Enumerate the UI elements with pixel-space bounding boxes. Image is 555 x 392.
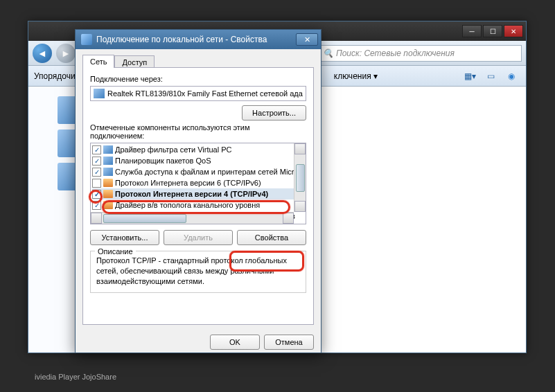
component-item[interactable]: ✓Протокол Интернета версии 4 (TCP/IPv4) bbox=[92, 188, 304, 199]
tab-content: Подключение через: Realtek RTL8139/810x … bbox=[82, 67, 314, 325]
close-button[interactable]: ✕ bbox=[504, 25, 523, 37]
component-item[interactable]: ✓Служба доступа к файлам и принтерам сет… bbox=[92, 166, 304, 177]
description-group: Описание Протокол TCP/IP - стандартный п… bbox=[90, 251, 306, 293]
service-icon bbox=[103, 145, 113, 154]
search-input[interactable]: 🔍 Поиск: Сетевые подключения bbox=[319, 45, 522, 62]
adapter-name: Realtek RTL8139/810x Family Fast Etherne… bbox=[107, 89, 303, 98]
tabs: Сеть Доступ bbox=[82, 55, 314, 68]
forward-button[interactable]: ► bbox=[56, 44, 76, 63]
connect-via-label: Подключение через: bbox=[90, 75, 306, 83]
checkbox[interactable]: ✓ bbox=[92, 157, 101, 166]
view-icon[interactable]: ▦▾ bbox=[461, 69, 479, 83]
maximize-button[interactable]: ☐ bbox=[483, 25, 502, 37]
properties-dialog: Подключение по локальной сети - Свойства… bbox=[75, 29, 321, 353]
description-title: Описание bbox=[95, 247, 136, 257]
component-label: Драйвер в/в тополога канального уровня bbox=[115, 201, 260, 209]
checkbox[interactable]: ✓ bbox=[92, 168, 101, 177]
components-label: Отмеченные компоненты используются этим … bbox=[90, 123, 306, 140]
dialog-title: Подключение по локальной сети - Свойства bbox=[96, 35, 267, 44]
minimize-button[interactable]: ─ bbox=[462, 25, 482, 37]
horizontal-scrollbar[interactable] bbox=[91, 212, 294, 224]
nic-icon bbox=[94, 89, 105, 98]
search-placeholder: Поиск: Сетевые подключения bbox=[336, 48, 455, 58]
remove-button[interactable]: Удалить bbox=[164, 230, 233, 245]
view-options-icon[interactable]: ▭ bbox=[482, 69, 500, 83]
back-button[interactable]: ◄ bbox=[33, 44, 52, 63]
checkbox[interactable]: ✓ bbox=[92, 190, 101, 199]
connections-menu[interactable]: ключения ▾ bbox=[334, 71, 378, 81]
cancel-button[interactable]: Отмена bbox=[264, 335, 314, 350]
properties-button[interactable]: Свойства bbox=[237, 230, 306, 245]
component-item[interactable]: Протокол Интернета версии 6 (TCP/IPv6) bbox=[92, 177, 304, 188]
service-icon bbox=[103, 157, 113, 165]
component-item[interactable]: ✓Драйвер фильтра сети Virtual PC bbox=[92, 144, 304, 155]
install-button[interactable]: Установить... bbox=[90, 230, 159, 245]
vertical-scrollbar[interactable] bbox=[294, 143, 306, 212]
protocol-icon bbox=[103, 190, 113, 198]
dialog-titlebar[interactable]: Подключение по локальной сети - Свойства… bbox=[76, 30, 321, 49]
component-label: Драйвер фильтра сети Virtual PC bbox=[115, 145, 231, 154]
dialog-close-button[interactable]: ✕ bbox=[296, 33, 318, 46]
checkbox[interactable]: ✓ bbox=[92, 201, 101, 210]
tab-network[interactable]: Сеть bbox=[82, 55, 114, 68]
adapter-field[interactable]: Realtek RTL8139/810x Family Fast Etherne… bbox=[90, 86, 306, 101]
component-label: Протокол Интернета версии 4 (TCP/IPv4) bbox=[115, 190, 268, 198]
service-icon bbox=[103, 168, 113, 176]
help-icon[interactable]: ◉ bbox=[502, 69, 520, 83]
checkbox[interactable] bbox=[92, 179, 101, 188]
component-item[interactable]: ✓Планировщик пакетов QoS bbox=[92, 155, 304, 166]
component-item[interactable]: ✓Драйвер в/в тополога канального уровня bbox=[92, 199, 304, 211]
adapter-icon bbox=[81, 34, 92, 45]
checkbox[interactable]: ✓ bbox=[92, 145, 101, 154]
protocol-icon bbox=[103, 201, 113, 209]
ok-button[interactable]: OK bbox=[210, 335, 260, 350]
component-label: Планировщик пакетов QoS bbox=[115, 157, 211, 165]
component-label: Протокол Интернета версии 6 (TCP/IPv6) bbox=[115, 179, 261, 187]
component-label: Служба доступа к файлам и принтерам сете… bbox=[115, 168, 299, 176]
description-text: Протокол TCP/IP - стандартный протокол г… bbox=[96, 256, 300, 287]
components-list[interactable]: ✓Драйвер фильтра сети Virtual PC✓Планиро… bbox=[90, 143, 306, 224]
search-icon: 🔍 bbox=[323, 48, 333, 58]
taskbar-text: iviedia Player JojoShare bbox=[35, 373, 116, 381]
protocol-icon bbox=[103, 179, 113, 187]
configure-button[interactable]: Настроить... bbox=[242, 105, 306, 121]
